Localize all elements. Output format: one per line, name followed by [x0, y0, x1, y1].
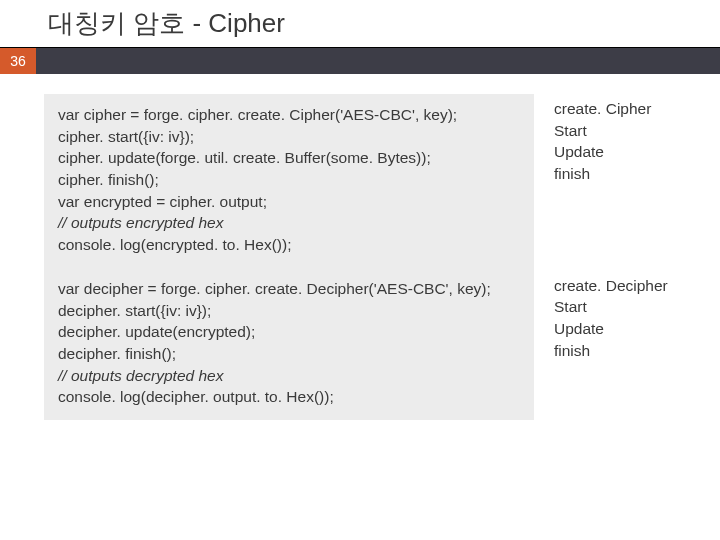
note-line: Update	[554, 141, 668, 163]
code-line: cipher. start({iv: iv});	[58, 126, 520, 148]
code-block-cipher: var cipher = forge. cipher. create. Ciph…	[58, 104, 520, 256]
slide-title: 대칭키 암호 - Cipher	[48, 6, 720, 41]
note-line: create. Decipher	[554, 275, 668, 297]
note-line: finish	[554, 340, 668, 362]
code-line: decipher. start({iv: iv});	[58, 300, 520, 322]
dark-bar	[36, 48, 720, 74]
code-line: var decipher = forge. cipher. create. De…	[58, 278, 520, 300]
code-block-decipher: var decipher = forge. cipher. create. De…	[58, 278, 520, 408]
code-line: var cipher = forge. cipher. create. Ciph…	[58, 104, 520, 126]
page-bar: 36	[0, 48, 720, 74]
code-line: console. log(encrypted. to. Hex());	[58, 234, 520, 256]
page-number: 36	[0, 48, 36, 74]
code-line: cipher. update(forge. util. create. Buff…	[58, 147, 520, 169]
note-line: create. Cipher	[554, 98, 668, 120]
note-line: Start	[554, 120, 668, 142]
code-column: var cipher = forge. cipher. create. Ciph…	[44, 94, 534, 420]
note-line: finish	[554, 163, 668, 185]
title-row: 대칭키 암호 - Cipher	[0, 0, 720, 48]
code-line: console. log(decipher. output. to. Hex()…	[58, 386, 520, 408]
note-line: Update	[554, 318, 668, 340]
notes-group-cipher: create. Cipher Start Update finish	[554, 98, 668, 185]
code-comment: // outputs decrypted hex	[58, 365, 520, 387]
notes-column: create. Cipher Start Update finish creat…	[554, 94, 668, 420]
note-line: Start	[554, 296, 668, 318]
content-area: var cipher = forge. cipher. create. Ciph…	[0, 74, 720, 420]
code-line: decipher. update(encrypted);	[58, 321, 520, 343]
notes-group-decipher: create. Decipher Start Update finish	[554, 275, 668, 362]
code-line: var encrypted = cipher. output;	[58, 191, 520, 213]
code-line: decipher. finish();	[58, 343, 520, 365]
code-line: cipher. finish();	[58, 169, 520, 191]
code-comment: // outputs encrypted hex	[58, 212, 520, 234]
